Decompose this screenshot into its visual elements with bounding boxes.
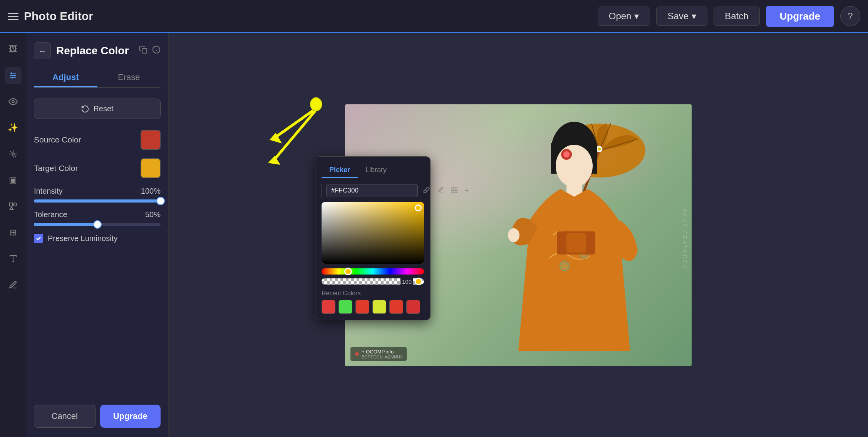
chevron-down-icon: ▾ xyxy=(634,11,639,22)
help-button[interactable]: ? xyxy=(840,6,860,26)
grid-icon[interactable] xyxy=(449,185,459,197)
source-color-row: Source Color xyxy=(34,130,161,150)
svg-rect-44 xyxy=(452,190,454,192)
batch-button[interactable]: Batch xyxy=(714,7,759,26)
tab-erase[interactable]: Erase xyxy=(97,69,161,87)
gradient-thumb[interactable] xyxy=(415,204,422,211)
sidebar-icon-text[interactable] xyxy=(5,250,22,267)
sidebar-icon-layers[interactable]: ▣ xyxy=(5,172,22,189)
intensity-label: Intensity xyxy=(34,187,62,196)
copy-icon[interactable] xyxy=(139,45,147,56)
tolerance-track[interactable] xyxy=(34,223,161,226)
hue-slider[interactable] xyxy=(322,268,424,275)
tool-panel: ← Replace Color Adjust xyxy=(26,33,169,437)
app-title: Photo Editor xyxy=(24,10,93,23)
reset-button[interactable]: Reset xyxy=(34,99,161,119)
topbar-right: Open ▾ Save ▾ Batch Upgrade ? xyxy=(598,6,860,27)
svg-point-32 xyxy=(560,261,569,271)
alpha-value: 100 xyxy=(400,278,413,285)
preserve-luminosity-row: Preserve Luminosity xyxy=(34,234,161,243)
preserve-luminosity-checkbox[interactable] xyxy=(34,234,43,243)
tab-adjust[interactable]: Adjust xyxy=(34,69,97,87)
topbar: Photo Editor Open ▾ Save ▾ Batch Upgrade… xyxy=(0,0,868,33)
sidebar-icon-image[interactable]: 🖼 xyxy=(5,41,22,58)
recent-colors xyxy=(322,300,424,314)
sidebar-icon-adjustments[interactable] xyxy=(5,67,22,84)
target-color-label: Target Color xyxy=(34,164,78,173)
cancel-button[interactable]: Cancel xyxy=(34,405,96,428)
add-color-icon[interactable]: + xyxy=(463,185,471,196)
ocomp-label: + OCOMP.info xyxy=(362,349,403,355)
svg-point-7 xyxy=(12,153,14,155)
sidebar-icon-eye[interactable] xyxy=(5,93,22,110)
info-icon[interactable] xyxy=(152,45,161,56)
preserve-luminosity-label: Preserve Luminosity xyxy=(48,234,117,243)
source-color-label: Source Color xyxy=(34,135,81,144)
recent-swatch-5[interactable] xyxy=(389,300,403,314)
menu-icon[interactable] xyxy=(8,13,18,20)
panel-header-icons xyxy=(139,45,161,56)
tolerance-slider-row: Tolerance 50% xyxy=(34,210,161,226)
ocomp-sub: ВОПРОСЫ АДМИНУ xyxy=(362,355,403,359)
intensity-track[interactable] xyxy=(34,199,161,203)
alpha-thumb[interactable] xyxy=(415,278,422,285)
sidebar-icon-pen[interactable] xyxy=(5,276,22,293)
svg-point-9 xyxy=(13,203,17,206)
intensity-value: 100% xyxy=(141,187,161,196)
sidebar-icon-sparkles[interactable]: ✨ xyxy=(5,119,22,136)
upgrade-button-top[interactable]: Upgrade xyxy=(766,6,834,27)
recent-swatch-6[interactable] xyxy=(406,300,420,314)
recent-swatch-3[interactable] xyxy=(355,300,369,314)
svg-rect-8 xyxy=(10,203,13,206)
chevron-down-icon: ▾ xyxy=(692,11,696,22)
svg-point-6 xyxy=(12,100,14,103)
recent-swatch-2[interactable] xyxy=(338,300,352,314)
hue-thumb[interactable] xyxy=(344,268,352,275)
source-color-swatch[interactable] xyxy=(141,130,161,150)
picker-tab-library[interactable]: Library xyxy=(358,163,394,178)
pen-icon[interactable] xyxy=(436,185,446,197)
sidebar-icon-texture[interactable]: ⊞ xyxy=(5,224,22,241)
svg-rect-13 xyxy=(142,49,147,53)
svg-point-28 xyxy=(556,145,593,187)
picker-tab-picker[interactable]: Picker xyxy=(322,163,358,178)
back-button[interactable]: ← xyxy=(34,42,51,59)
ocomp-badge: ✚ + OCOMP.info ВОПРОСЫ АДМИНУ xyxy=(350,347,407,361)
svg-line-38 xyxy=(274,111,313,138)
svg-marker-10 xyxy=(10,207,13,209)
open-button[interactable]: Open ▾ xyxy=(598,7,650,26)
svg-marker-39 xyxy=(270,133,282,144)
plus-features-text: PLUS FEATURES xyxy=(682,209,688,270)
back-icon: ← xyxy=(39,47,46,55)
svg-marker-41 xyxy=(268,156,280,165)
recent-swatch-4[interactable] xyxy=(372,300,386,314)
tolerance-value: 50% xyxy=(145,210,161,219)
svg-rect-42 xyxy=(452,187,454,189)
save-button[interactable]: Save ▾ xyxy=(656,7,707,26)
upgrade-panel-button[interactable]: Upgrade xyxy=(100,405,161,428)
svg-rect-35 xyxy=(566,233,586,253)
picker-tabs: Picker Library xyxy=(322,163,424,178)
picker-hex-row: + xyxy=(322,184,424,198)
svg-point-3 xyxy=(11,72,12,74)
recent-swatch-1[interactable] xyxy=(322,300,335,314)
sidebar-icon-brush[interactable] xyxy=(5,146,22,162)
color-picker-popup: Picker Library xyxy=(315,156,431,320)
svg-rect-45 xyxy=(455,190,457,192)
target-color-row: Target Color xyxy=(34,158,161,178)
topbar-left: Photo Editor xyxy=(8,10,592,23)
color-gradient[interactable] xyxy=(322,202,424,264)
sidebar-icon-shapes[interactable] xyxy=(5,198,22,215)
panel-title: Replace Color xyxy=(56,45,134,57)
panel-header: ← Replace Color xyxy=(34,42,161,59)
canvas-area: ✚ + OCOMP.info ВОПРОСЫ АДМИНУ PLUS FEATU… xyxy=(169,33,868,437)
svg-point-37 xyxy=(310,98,322,111)
icon-sidebar: 🖼 ✨ ▣ xyxy=(0,33,26,437)
target-color-swatch[interactable] xyxy=(141,158,161,178)
picker-hex-input[interactable] xyxy=(326,184,418,197)
eyedropper-icon[interactable] xyxy=(422,185,432,197)
svg-point-30 xyxy=(563,151,570,157)
tabs: Adjust Erase xyxy=(34,69,161,88)
reset-label: Reset xyxy=(93,104,113,113)
svg-rect-43 xyxy=(455,187,457,189)
